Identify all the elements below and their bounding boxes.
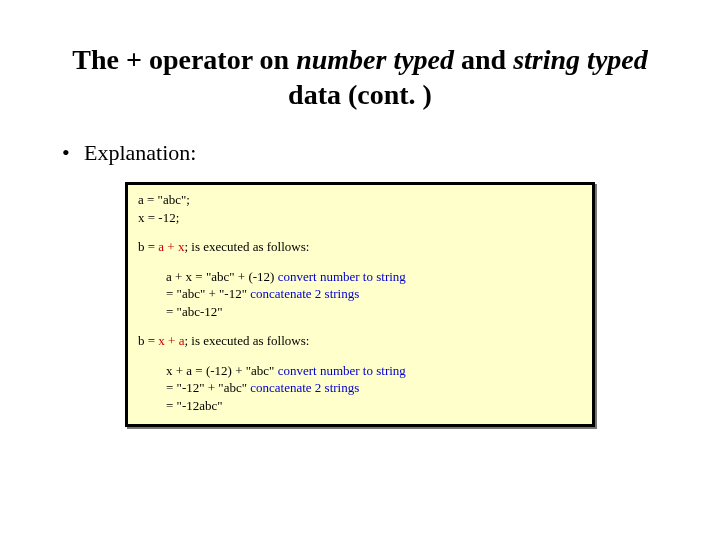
ex2-step1-note: convert number to string (274, 363, 405, 378)
title-em2: string typed (513, 44, 648, 75)
slide: The + operator on number typed and strin… (0, 0, 720, 540)
ex2-step2-note: concatenate 2 strings (247, 380, 359, 395)
code-example-1: b = a + x; is executed as follows: (138, 238, 582, 256)
ex1-step2: = "abc" + "-12" concatenate 2 strings (166, 285, 582, 303)
ex1-steps: a + x = "abc" + (-12) convert number to … (138, 268, 582, 321)
code-example-2: b = x + a; is executed as follows: (138, 332, 582, 350)
ex1-lhs: b = (138, 239, 158, 254)
code-assignments: a = "abc"; x = -12; (138, 191, 582, 226)
ex2-step1: x + a = (-12) + "abc" convert number to … (166, 362, 582, 380)
title-part1: The + operator on (72, 44, 296, 75)
ex1-tail: ; is executed as follows: (184, 239, 309, 254)
ex1-step2-note: concatenate 2 strings (247, 286, 359, 301)
ex1-step1-expr: a + x = "abc" + (-12) (166, 269, 274, 284)
ex1-expr: a + x (158, 239, 184, 254)
ex2-step3: = "-12abc" (166, 397, 582, 415)
ex1-step2-expr: = "abc" + "-12" (166, 286, 247, 301)
ex2-header: b = x + a; is executed as follows: (138, 332, 582, 350)
ex1-step1: a + x = "abc" + (-12) convert number to … (166, 268, 582, 286)
ex2-lhs: b = (138, 333, 158, 348)
title-part3: data (cont. ) (288, 79, 432, 110)
bullet-explanation: Explanation: (56, 140, 664, 166)
ex2-steps: x + a = (-12) + "abc" convert number to … (138, 362, 582, 415)
ex1-step3: = "abc-12" (166, 303, 582, 321)
ex2-tail: ; is executed as follows: (184, 333, 309, 348)
ex1-step1-note: convert number to string (274, 269, 405, 284)
title-part2: and (454, 44, 513, 75)
ex1-header: b = a + x; is executed as follows: (138, 238, 582, 256)
slide-title: The + operator on number typed and strin… (56, 42, 664, 112)
ex2-step1-expr: x + a = (-12) + "abc" (166, 363, 274, 378)
ex2-expr: x + a (158, 333, 184, 348)
code-box: a = "abc"; x = -12; b = a + x; is execut… (125, 182, 595, 427)
ex2-step2-expr: = "-12" + "abc" (166, 380, 247, 395)
ex2-step2: = "-12" + "abc" concatenate 2 strings (166, 379, 582, 397)
code-line-a: a = "abc"; (138, 191, 582, 209)
code-line-x: x = -12; (138, 209, 582, 227)
title-em1: number typed (296, 44, 454, 75)
